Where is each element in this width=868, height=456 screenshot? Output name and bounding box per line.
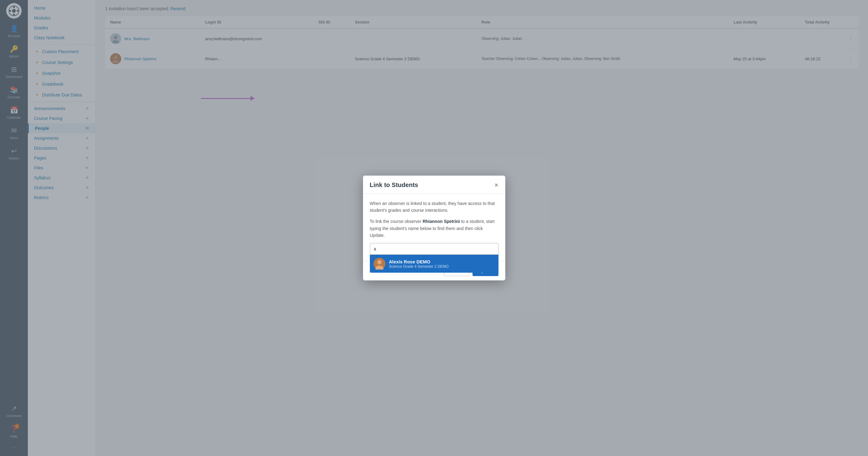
student-search-input[interactable] xyxy=(370,243,498,255)
result-name: Alexis Rose DEMO xyxy=(389,259,449,264)
modal-close-button[interactable]: × xyxy=(494,181,498,189)
modal-backdrop: Link to Students × When an observer is l… xyxy=(96,0,868,456)
modal-header: Link to Students × xyxy=(363,175,505,194)
modal-description-2: To link the course observer Rhiannon Spe… xyxy=(370,218,498,239)
result-sub: Science Grade 4 Semester 2 DEMO xyxy=(389,264,449,269)
svg-point-11 xyxy=(377,260,381,264)
modal-title: Link to Students xyxy=(370,182,418,189)
link-to-students-modal: Link to Students × When an observer is l… xyxy=(363,175,505,281)
search-dropdown: Alexis Rose DEMO Science Grade 4 Semeste… xyxy=(370,255,498,273)
search-container: Alexis Rose DEMO Science Grade 4 Semeste… xyxy=(370,243,498,255)
result-avatar xyxy=(374,258,385,269)
observer-name: Rhiannon Spetrini xyxy=(423,219,460,224)
main-content: 1 invitation hasn't been accepted. Resen… xyxy=(96,0,868,456)
modal-body: When an observer is linked to a student,… xyxy=(363,194,505,261)
dropdown-result-item[interactable]: Alexis Rose DEMO Science Grade 4 Semeste… xyxy=(370,255,498,273)
dropdown-item-text: Alexis Rose DEMO Science Grade 4 Semeste… xyxy=(389,259,449,269)
modal-description-1: When an observer is linked to a student,… xyxy=(370,200,498,214)
